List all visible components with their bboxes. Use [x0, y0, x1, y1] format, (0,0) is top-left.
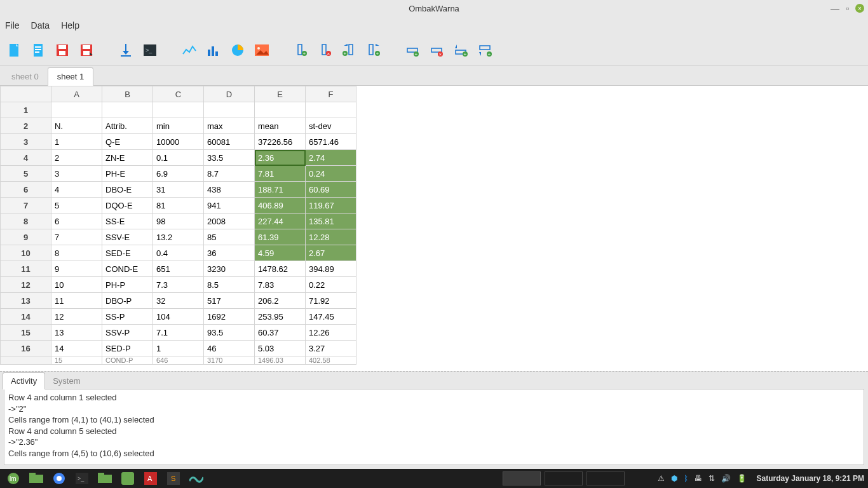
taskbar-active-window[interactable] — [503, 471, 541, 485]
cell[interactable]: 2.74 — [306, 150, 356, 166]
battery-icon[interactable]: 🔋 — [737, 474, 747, 483]
cell[interactable]: ZN-E — [102, 150, 153, 166]
cell[interactable]: 646 — [153, 356, 204, 365]
column-header-B[interactable]: B — [102, 86, 153, 102]
cell[interactable]: 0.24 — [306, 166, 356, 182]
insert-column-left-icon[interactable]: + — [342, 43, 357, 58]
column-header-D[interactable]: D — [204, 86, 255, 102]
tab-activity[interactable]: Activity — [3, 372, 45, 390]
cell[interactable]: SED-E — [102, 245, 153, 261]
cell[interactable]: DBO-E — [102, 182, 153, 198]
spreadsheet-grid[interactable]: ABCDEF12N.Attrib.minmaxmeanst-dev31Q-E10… — [0, 85, 868, 371]
cell[interactable]: 119.67 — [306, 198, 356, 214]
cell[interactable]: 61.39 — [255, 229, 306, 245]
new-file-icon[interactable] — [6, 43, 22, 58]
cell[interactable]: 1478.62 — [255, 261, 306, 277]
cell[interactable] — [153, 102, 204, 118]
app-red-icon[interactable]: A — [141, 471, 160, 486]
cell[interactable]: 4.59 — [255, 245, 306, 261]
cell[interactable]: 438 — [204, 182, 255, 198]
cell[interactable]: 0.22 — [306, 277, 356, 293]
menu-data[interactable]: Data — [31, 20, 50, 30]
cell[interactable]: 2.36 — [255, 150, 306, 166]
column-header-A[interactable]: A — [51, 86, 102, 102]
cell[interactable]: COND-P — [102, 356, 153, 365]
cell[interactable]: 1 — [153, 341, 204, 356]
insert-column-right-icon[interactable]: + — [366, 43, 381, 58]
save-as-icon[interactable] — [79, 43, 94, 58]
cell[interactable]: 85 — [204, 229, 255, 245]
cell[interactable]: 14 — [51, 341, 102, 356]
cell[interactable]: 12.28 — [306, 229, 356, 245]
mint-menu-icon[interactable] — [118, 471, 137, 486]
cell[interactable]: 13.2 — [153, 229, 204, 245]
taskbar-window-slot[interactable] — [587, 471, 625, 485]
cell[interactable]: 406.89 — [255, 198, 306, 214]
cell[interactable]: 2008 — [204, 214, 255, 229]
cell[interactable]: min — [153, 118, 204, 134]
cell[interactable]: 7.3 — [153, 277, 204, 293]
cell[interactable]: 31 — [153, 182, 204, 198]
row-header[interactable]: 10 — [1, 245, 51, 261]
row-header[interactable]: 5 — [1, 166, 51, 182]
cell[interactable]: 188.71 — [255, 182, 306, 198]
cell[interactable]: 71.92 — [306, 293, 356, 309]
cell[interactable]: 8 — [51, 245, 102, 261]
cell[interactable] — [255, 102, 306, 118]
cell[interactable]: DBO-P — [102, 293, 153, 309]
row-header[interactable]: 7 — [1, 198, 51, 214]
cell[interactable]: 8.5 — [204, 277, 255, 293]
sublime-icon[interactable]: S — [164, 471, 183, 486]
row-header[interactable]: 16 — [1, 341, 51, 356]
column-header-E[interactable]: E — [255, 86, 306, 102]
shield-icon[interactable]: ⬢ — [671, 474, 677, 483]
cell[interactable]: 12 — [51, 309, 102, 325]
cell[interactable]: 0.4 — [153, 245, 204, 261]
pie-chart-icon[interactable] — [230, 43, 245, 58]
cell[interactable]: 6.9 — [153, 166, 204, 182]
cell[interactable]: 46 — [204, 341, 255, 356]
start-menu-icon[interactable]: lm — [4, 471, 23, 486]
cell[interactable]: Q-E — [102, 134, 153, 150]
bluetooth-icon[interactable]: ᛒ — [684, 474, 688, 483]
cell[interactable]: PH-E — [102, 166, 153, 182]
row-header[interactable]: 9 — [1, 229, 51, 245]
row-header[interactable]: 2 — [1, 118, 51, 134]
cell[interactable]: 32 — [153, 293, 204, 309]
cell[interactable]: 10000 — [153, 134, 204, 150]
insert-row-above-icon[interactable]: + — [454, 43, 469, 58]
terminal-app-icon[interactable]: >_ — [72, 471, 92, 486]
cell[interactable]: COND-E — [102, 261, 153, 277]
cell[interactable]: 12.26 — [306, 325, 356, 341]
line-chart-icon[interactable] — [182, 43, 197, 58]
cell[interactable]: SSV-P — [102, 325, 153, 341]
cell[interactable]: 98 — [153, 214, 204, 229]
row-header[interactable]: 14 — [1, 309, 51, 325]
bar-chart-icon[interactable] — [206, 43, 221, 58]
cell[interactable]: 1692 — [204, 309, 255, 325]
minimize-button[interactable]: — — [831, 3, 839, 13]
cell[interactable]: 2.67 — [306, 245, 356, 261]
cell[interactable]: 517 — [204, 293, 255, 309]
cell[interactable]: 6 — [51, 214, 102, 229]
activity-log[interactable]: Row 4 and column 1 selected->"2"Cells ra… — [4, 389, 864, 465]
row-header[interactable]: 11 — [1, 261, 51, 277]
cell[interactable]: 1496.03 — [255, 356, 306, 365]
cell[interactable]: 253.95 — [255, 309, 306, 325]
taskbar-window-slot[interactable] — [545, 471, 583, 485]
cell[interactable]: 81 — [153, 198, 204, 214]
cell[interactable]: 11 — [51, 293, 102, 309]
remove-column-icon[interactable]: × — [318, 43, 333, 58]
files-icon[interactable] — [27, 471, 46, 486]
menu-help[interactable]: Help — [61, 20, 79, 30]
cell[interactable]: 104 — [153, 309, 204, 325]
cell[interactable]: 394.89 — [306, 261, 356, 277]
cell[interactable]: 60081 — [204, 134, 255, 150]
cell[interactable]: SS-E — [102, 214, 153, 229]
cell[interactable]: max — [204, 118, 255, 134]
corner-cell[interactable] — [1, 86, 51, 102]
row-header[interactable]: 1 — [1, 102, 51, 118]
cell[interactable]: 5.03 — [255, 341, 306, 356]
warning-icon[interactable]: ⚠ — [658, 474, 665, 483]
save-icon[interactable] — [55, 43, 70, 58]
